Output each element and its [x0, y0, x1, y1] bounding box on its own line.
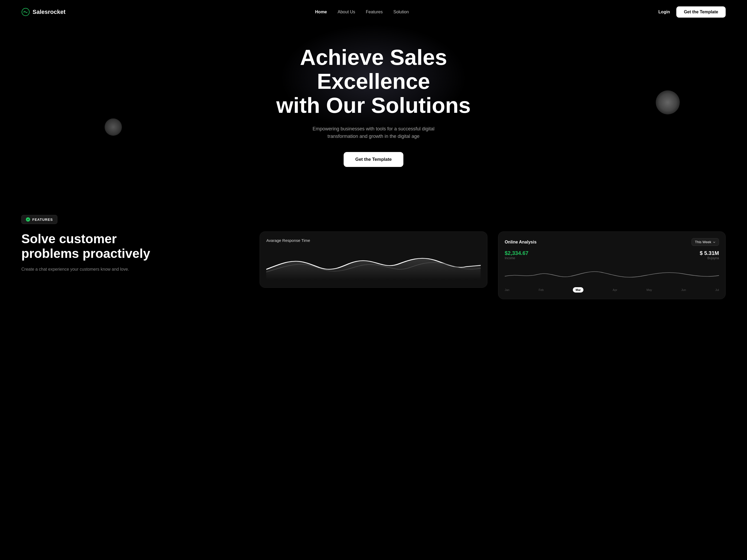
response-time-chart [266, 248, 481, 280]
months-row: Jan Feb Mar Apr May Jun Jul [505, 287, 719, 293]
logo[interactable]: Salesrocket [21, 8, 66, 16]
get-template-button-nav[interactable]: Get the Template [676, 6, 726, 18]
features-subtext: Create a chat experience your customers … [21, 266, 249, 273]
week-selector-button[interactable]: This Week [692, 238, 719, 246]
nav-right: Login Get the Template [659, 6, 726, 18]
nav-item-solution[interactable]: Solution [393, 9, 409, 15]
analysis-title: Online Analysis [505, 240, 537, 244]
month-mar[interactable]: Mar [573, 287, 584, 293]
month-jun: Jun [681, 288, 686, 291]
features-badge: FEATURES [21, 215, 57, 224]
orb-left [105, 118, 122, 136]
income-stat: $2,334.67 Income [505, 250, 529, 260]
nav-item-features[interactable]: Features [366, 9, 383, 15]
chevron-down-icon [713, 241, 716, 243]
hero-subtext: Empowering businesses with tools for a s… [299, 125, 448, 140]
analysis-line-chart [505, 264, 719, 283]
get-template-button-hero[interactable]: Get the Template [344, 152, 404, 167]
features-content: Solve customer problems proactively Crea… [21, 232, 726, 299]
svg-point-1 [24, 11, 25, 12]
online-analysis-card: Online Analysis This Week $2,334.67 Inco… [498, 232, 726, 299]
month-jul: Jul [715, 288, 719, 291]
features-section: FEATURES Solve customer problems proacti… [0, 199, 747, 321]
brand-name: Salesrocket [32, 8, 66, 16]
month-feb: Feb [539, 288, 544, 291]
month-apr: Apr [613, 288, 617, 291]
response-time-title: Avarage Response Time [266, 238, 481, 243]
month-may: May [646, 288, 652, 291]
analysis-header: Online Analysis This Week [505, 238, 719, 246]
stats-row: $2,334.67 Income $ 5.31M Bujayna [505, 250, 719, 260]
hero-section: Achieve Sales Excellence with Our Soluti… [0, 24, 747, 199]
login-button[interactable]: Login [659, 9, 670, 15]
month-jan: Jan [505, 288, 510, 291]
navbar: Salesrocket Home About Us Features Solut… [0, 0, 747, 24]
badge-icon [26, 217, 30, 221]
features-text: Solve customer problems proactively Crea… [21, 232, 249, 272]
response-time-card: Avarage Response Time [260, 232, 487, 288]
nav-item-about[interactable]: About Us [338, 9, 355, 15]
nav-links: Home About Us Features Solution [315, 9, 409, 15]
right-stat: $ 5.31M Bujayna [700, 250, 719, 260]
features-heading: Solve customer problems proactively [21, 232, 249, 261]
logo-icon [21, 8, 30, 16]
orb-right [656, 90, 680, 114]
hero-heading: Achieve Sales Excellence with Our Soluti… [253, 45, 494, 117]
nav-item-home[interactable]: Home [315, 9, 327, 15]
